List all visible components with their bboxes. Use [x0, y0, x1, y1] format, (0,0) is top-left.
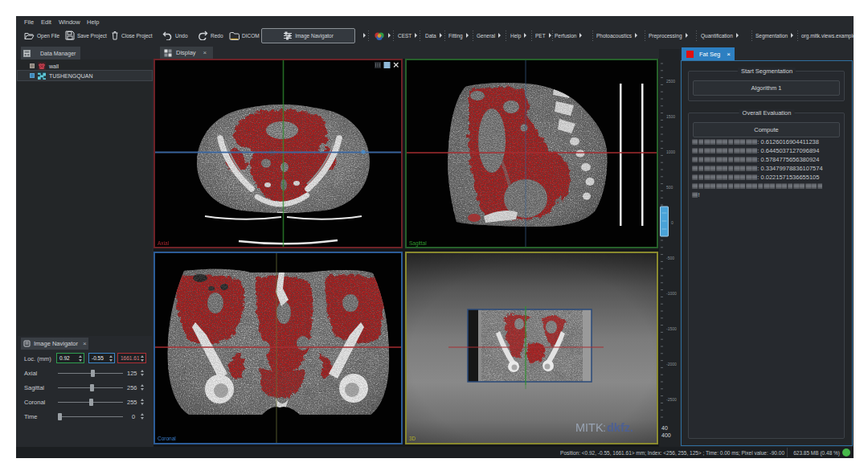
svg-text:MITK: MITK [575, 421, 604, 434]
svg-text:2500: 2500 [666, 79, 675, 84]
svg-text:-2500: -2500 [666, 397, 677, 402]
svg-text:-2000: -2000 [666, 362, 677, 366]
svg-text:1000: 1000 [666, 149, 675, 154]
svg-text:1500: 1500 [666, 114, 675, 119]
svg-text:400: 400 [661, 432, 671, 438]
svg-text:dkfz.: dkfz. [607, 421, 633, 434]
svg-text:-500: -500 [666, 256, 674, 260]
svg-text:0: 0 [671, 220, 674, 225]
svg-text:-1000: -1000 [666, 291, 677, 296]
svg-text::: : [603, 421, 606, 434]
svg-text:500: 500 [666, 185, 674, 190]
svg-text:Coronal: Coronal [158, 436, 176, 441]
svg-text:Axial: Axial [158, 240, 170, 246]
svg-text:40: 40 [661, 425, 668, 431]
svg-text:3D: 3D [409, 436, 416, 441]
svg-text:Sagittal: Sagittal [409, 240, 427, 247]
svg-text:-1500: -1500 [666, 326, 677, 331]
